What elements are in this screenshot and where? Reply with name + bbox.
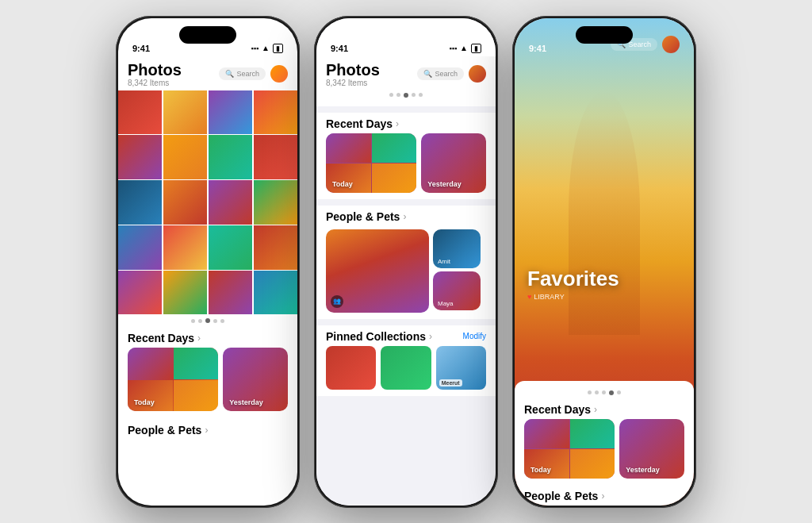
yesterday-label-2: Yesterday <box>427 180 462 188</box>
phone-2: 9:41 ▪▪▪ ▲ ▮ Photos 8,342 Items 🔍 <box>314 16 498 508</box>
today-card-2[interactable]: Today <box>326 133 416 193</box>
photo-cell[interactable] <box>254 180 297 224</box>
dot <box>220 319 224 323</box>
pinned-header-2: Pinned Collections › Modify <box>326 329 486 346</box>
page-dots-3 <box>515 387 694 398</box>
dot <box>412 93 416 97</box>
amit-card[interactable]: Amit <box>433 229 481 268</box>
photo-cell[interactable] <box>209 225 252 269</box>
yesterday-card-2[interactable]: Yesterday <box>421 133 486 193</box>
recent-days-row-1: Today Yesterday <box>118 348 297 411</box>
photos-title-2: Photos <box>326 61 380 79</box>
recent-days-section-2: Recent Days › Today Yesterday <box>316 113 496 199</box>
photo-cell[interactable] <box>118 90 162 134</box>
photo-grid-1 <box>118 90 297 315</box>
recent-days-header-2[interactable]: Recent Days › <box>326 116 486 133</box>
grid-cell <box>372 133 417 163</box>
people-pets-header-1[interactable]: People & Pets › <box>118 419 297 440</box>
photo-cell[interactable] <box>209 90 252 134</box>
recent-days-header-3[interactable]: Recent Days › <box>515 398 694 419</box>
grid-cell <box>524 419 569 448</box>
status-bar-2: 9:41 ▪▪▪ ▲ ▮ <box>316 18 496 56</box>
search-button-2[interactable]: 🔍 Search <box>417 67 464 80</box>
search-button-1[interactable]: 🔍 Search <box>219 67 266 80</box>
today-card-1[interactable]: Today <box>128 348 218 411</box>
photo-cell[interactable] <box>254 225 297 269</box>
photos-title-block-1: Photos 8,342 Items <box>128 61 182 87</box>
yesterday-card-1[interactable]: Yesterday <box>223 348 288 411</box>
recent-days-title-2: Recent Days <box>326 117 393 130</box>
grid-cell <box>570 449 615 479</box>
today-card-3[interactable]: Today <box>524 419 615 479</box>
photo-cell[interactable] <box>209 180 252 224</box>
chevron-icon-pp-3: › <box>601 490 604 502</box>
photo-cell[interactable] <box>163 271 207 314</box>
signal-icon-2: ▪▪▪ <box>450 44 458 52</box>
dot <box>595 390 599 394</box>
grid-cell <box>372 163 417 193</box>
recent-days-title-1: Recent Days <box>128 332 194 344</box>
photo-cell[interactable] <box>254 90 297 134</box>
status-time-2: 9:41 <box>331 44 348 53</box>
dot <box>198 319 202 323</box>
yesterday-card-3[interactable]: Yesterday <box>619 419 684 479</box>
phone1-content: Photos 8,342 Items 🔍 Search <box>118 56 297 506</box>
photos-header-2: Photos 8,342 Items 🔍 Search <box>326 60 486 89</box>
people-pets-title-1: People & Pets <box>128 424 201 436</box>
photo-cell[interactable] <box>118 135 162 179</box>
pinned-section-2: Pinned Collections › Modify Meerut <box>316 325 496 396</box>
photo-cell[interactable] <box>118 180 162 224</box>
modify-button-2[interactable]: Modify <box>463 332 486 340</box>
pinned-card-2[interactable] <box>381 346 431 390</box>
photo-cell[interactable] <box>118 225 162 269</box>
photo-cell[interactable] <box>209 135 252 179</box>
photo-cell[interactable] <box>163 225 207 269</box>
photo-cell[interactable] <box>163 135 207 179</box>
amit-label: Amit <box>438 258 450 265</box>
people-pets-section-2: People & Pets › 👥 Amit Maya <box>316 206 496 319</box>
photo-cell[interactable] <box>254 271 297 314</box>
pinned-row-2: Meerut <box>326 346 486 390</box>
status-icons-2: ▪▪▪ ▲ ▮ <box>450 44 481 53</box>
dot <box>617 390 621 394</box>
avatar-2[interactable] <box>469 65 486 83</box>
chevron-icon-pp-1: › <box>205 425 208 436</box>
photo-cell[interactable] <box>118 271 162 314</box>
photo-cell[interactable] <box>163 180 207 224</box>
avatar-3[interactable] <box>662 36 680 53</box>
dynamic-island-3 <box>576 26 633 44</box>
heart-icon: ♥ <box>527 293 531 301</box>
favorites-overlay: Favorites ♥ LIBRARY <box>515 267 694 301</box>
photos-count-2: 8,342 Items <box>326 79 380 87</box>
recent-days-header-1[interactable]: Recent Days › <box>118 327 297 348</box>
pinned-card-3[interactable]: Meerut <box>436 346 486 390</box>
people-pets-title-2: People & Pets <box>326 210 400 223</box>
wifi-icon-2: ▲ <box>460 44 468 52</box>
group-icon-2: 👥 <box>331 295 343 308</box>
photos-title-1: Photos <box>128 61 182 79</box>
photo-cell[interactable] <box>254 135 297 179</box>
grid-cell <box>128 348 173 379</box>
avatar-1[interactable] <box>270 65 288 83</box>
battery-icon-2: ▮ <box>471 44 481 53</box>
maya-card[interactable]: Maya <box>433 271 481 310</box>
yesterday-label-1: Yesterday <box>229 398 263 406</box>
phone2-header-bg: Photos 8,342 Items 🔍 Search <box>316 56 496 106</box>
recent-days-title-3: Recent Days <box>524 403 591 416</box>
grid-cell <box>174 380 219 412</box>
pinned-card-1[interactable] <box>326 346 376 390</box>
dot <box>419 93 423 97</box>
people-pets-header-3[interactable]: People & Pets › <box>515 485 694 506</box>
signal-icon-1: ▪▪▪ <box>251 44 259 52</box>
status-icons-1: ▪▪▪ ▲ ▮ <box>251 44 283 53</box>
photo-cell[interactable] <box>163 90 207 134</box>
people-pets-header-2[interactable]: People & Pets › <box>326 209 486 226</box>
favorites-subtitle: ♥ LIBRARY <box>527 293 681 301</box>
people-card-large-2[interactable]: 👥 <box>326 229 429 313</box>
photos-header-1: Photos 8,342 Items 🔍 Search <box>118 56 297 90</box>
dot <box>396 93 400 97</box>
battery-icon-1: ▮ <box>273 44 283 53</box>
search-icon-2: 🔍 <box>423 70 432 78</box>
dot <box>588 390 592 394</box>
photo-cell[interactable] <box>209 271 252 314</box>
